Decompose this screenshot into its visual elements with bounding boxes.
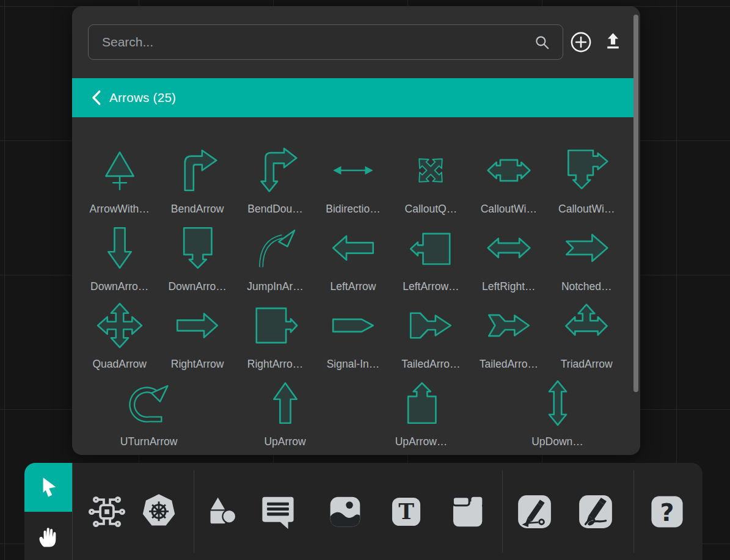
pan-tool-button[interactable] xyxy=(24,512,72,560)
shape-label: LeftArrow xyxy=(330,277,376,296)
shape-label: UpDown… xyxy=(531,432,583,451)
shape-item-left-arrow[interactable]: LeftArrow xyxy=(314,219,392,296)
shape-label: DownArro… xyxy=(90,277,148,296)
shape-item-up-arrow-callout[interactable]: UpArrow… xyxy=(353,374,489,451)
shape-label: TailedArro… xyxy=(401,355,460,374)
comment-icon xyxy=(258,492,297,531)
shape-label: LeftArrow… xyxy=(403,277,459,296)
quad-arrow-icon xyxy=(96,302,144,349)
add-shape-button[interactable] xyxy=(570,31,592,53)
help-glyph: ? xyxy=(660,498,674,526)
search-icon xyxy=(534,34,550,51)
shape-item-callout-left-right-arrow[interactable]: CalloutWi… xyxy=(470,141,547,219)
down-arrow-callout-icon xyxy=(173,224,221,272)
freehand-pen-icon xyxy=(576,492,615,531)
shape-label: QuadArrow xyxy=(92,355,147,374)
shape-item-up-down-arrow[interactable]: UpDown… xyxy=(489,374,626,451)
image-tool-button[interactable] xyxy=(326,492,365,531)
shape-grid: ArrowWith…BendArrowBendDou…Bidirectio…Ca… xyxy=(72,117,634,451)
shape-item-arrow-with-tail[interactable]: ArrowWith… xyxy=(81,141,158,219)
shape-label: TailedArro… xyxy=(480,355,538,374)
help-button[interactable]: ? xyxy=(648,492,687,531)
bidirectional-arrow-icon xyxy=(329,147,377,194)
shapes-tool-button[interactable] xyxy=(203,492,243,531)
shape-label: Signal-In… xyxy=(327,355,380,374)
canvas[interactable]: { "colors": { "accent": "#00b1a1", "shap… xyxy=(0,0,730,560)
shape-label: UpArrow… xyxy=(395,432,448,451)
shape-label: CalloutQ… xyxy=(405,200,458,219)
shape-item-callout-right-down-arrow[interactable]: CalloutWi… xyxy=(548,141,626,219)
shape-item-right-arrow[interactable]: RightArrow xyxy=(158,296,236,374)
shape-item-left-arrow-callout[interactable]: LeftArrow… xyxy=(392,219,470,296)
sticky-note-tool-button[interactable] xyxy=(448,492,487,531)
select-tool-button[interactable] xyxy=(24,463,72,512)
shape-item-down-arrow-callout[interactable]: DownArro… xyxy=(158,219,236,296)
hand-icon xyxy=(35,523,62,550)
search-input[interactable] xyxy=(88,24,563,60)
network-chip-icon xyxy=(87,492,126,531)
shape-label: LeftRight… xyxy=(482,277,536,296)
kubernetes-tool-button[interactable] xyxy=(139,492,178,531)
shape-item-right-arrow-callout[interactable]: RightArro… xyxy=(236,296,314,374)
shape-item-tailed-arrow-chevron[interactable]: TailedArro… xyxy=(470,296,547,374)
shape-label: Bidirectio… xyxy=(326,200,380,219)
shape-item-up-arrow[interactable]: UpArrow xyxy=(217,374,353,451)
network-nodes-tool-button[interactable] xyxy=(87,492,126,531)
shape-item-u-turn-arrow[interactable]: UTurnArrow xyxy=(81,374,217,451)
shape-item-notched-right-arrow[interactable]: Notched… xyxy=(548,219,626,296)
left-right-arrow-icon xyxy=(485,224,533,272)
shape-label: UTurnArrow xyxy=(120,432,178,451)
tailed-arrow-icon xyxy=(407,302,454,349)
up-down-arrow-icon xyxy=(534,379,582,427)
plus-circle-icon xyxy=(570,31,592,53)
toolbar-divider xyxy=(633,470,634,553)
cursor-icon xyxy=(35,475,61,500)
left-arrow-icon xyxy=(329,224,377,272)
shape-item-quad-arrow[interactable]: QuadArrow xyxy=(81,296,158,374)
shape-item-signal-in[interactable]: Signal-In… xyxy=(314,296,392,374)
bend-double-arrow-icon xyxy=(252,147,299,194)
category-label: Arrows (25) xyxy=(109,90,176,105)
shape-item-bend-double-arrow[interactable]: BendDou… xyxy=(236,141,314,219)
bend-arrow-icon xyxy=(173,147,221,194)
callout-left-right-arrow-icon xyxy=(485,147,533,194)
u-turn-arrow-icon xyxy=(125,379,173,427)
notched-right-arrow-icon xyxy=(563,224,610,272)
connector-pen-tool-button[interactable] xyxy=(515,492,554,531)
freehand-pen-tool-button[interactable] xyxy=(576,492,615,531)
callout-quad-arrow-icon xyxy=(407,147,454,194)
right-arrow-callout-icon xyxy=(252,302,299,349)
shape-item-callout-quad-arrow[interactable]: CalloutQ… xyxy=(392,141,470,219)
callout-right-down-arrow-icon xyxy=(563,147,610,194)
category-header-back[interactable]: Arrows (25) xyxy=(72,78,634,117)
upload-button[interactable] xyxy=(603,32,623,53)
toolbar-divider xyxy=(72,463,73,560)
shape-label: BendDou… xyxy=(247,200,302,219)
shape-item-tailed-arrow[interactable]: TailedArro… xyxy=(392,296,470,374)
tailed-arrow-chevron-icon xyxy=(485,302,533,349)
help-icon: ? xyxy=(648,492,687,531)
shape-label: ArrowWith… xyxy=(90,200,150,219)
shape-item-bidirectional-arrow[interactable]: Bidirectio… xyxy=(314,141,392,219)
shape-item-triad-arrow[interactable]: TriadArrow xyxy=(548,296,626,374)
shape-item-left-right-arrow[interactable]: LeftRight… xyxy=(470,219,547,296)
comment-tool-button[interactable] xyxy=(258,492,297,531)
arrow-with-tail-icon xyxy=(96,147,144,194)
shape-item-down-arrow[interactable]: DownArro… xyxy=(81,219,158,296)
connector-pen-icon xyxy=(515,492,554,531)
shape-item-bend-arrow[interactable]: BendArrow xyxy=(158,141,236,219)
upload-icon xyxy=(603,32,623,53)
panel-scrollbar[interactable] xyxy=(633,15,638,392)
text-tool-button[interactable]: T xyxy=(387,492,426,531)
shape-library-panel: Arrows (25) ArrowWith…BendArrowBendDou…B… xyxy=(72,6,640,455)
shape-item-jump-in-arrow[interactable]: JumpInAr… xyxy=(236,219,314,296)
shape-label: RightArrow xyxy=(171,355,224,374)
sticky-note-icon xyxy=(448,492,487,531)
right-arrow-icon xyxy=(173,302,221,349)
shapes-icon xyxy=(203,492,243,531)
down-arrow-icon xyxy=(96,224,144,272)
toolbar: T xyxy=(24,463,703,560)
shape-label: TriadArrow xyxy=(561,355,613,374)
shape-label: CalloutWi… xyxy=(558,200,615,219)
jump-in-arrow-icon xyxy=(252,224,299,272)
